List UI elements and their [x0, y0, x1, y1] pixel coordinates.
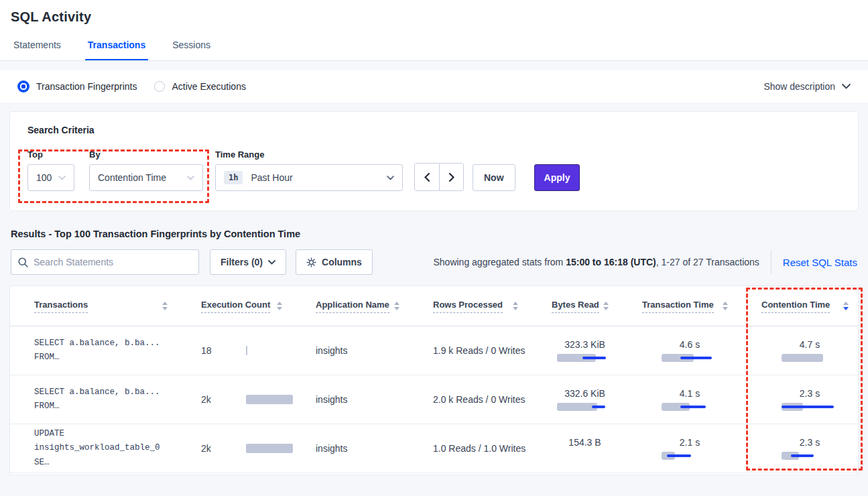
tab-bar: Statements Transactions Sessions [11, 40, 857, 60]
chevron-down-icon [268, 260, 275, 265]
contention-time-bar [782, 403, 838, 411]
columns-label: Columns [322, 257, 362, 267]
bytes-read-cell: 332.6 KiB [528, 375, 618, 424]
search-criteria-card: Search Criteria Top 100 By Contention Ti… [9, 111, 859, 211]
contention-time-cell: 2.3 s [737, 424, 858, 473]
transaction-time-cell: 2.1 s [618, 424, 737, 473]
bytes-read-bar [557, 354, 613, 362]
time-nav-group [414, 163, 464, 191]
bytes-read-bar [557, 452, 613, 460]
tab-transactions[interactable]: Transactions [85, 40, 148, 60]
radio-selected-icon [17, 80, 29, 92]
sort-icon[interactable] [162, 302, 168, 310]
chevron-down-icon [58, 176, 66, 180]
time-range-value: Past Hour [251, 172, 292, 183]
bytes-read-cell: 323.3 KiB [528, 326, 618, 375]
results-heading: Results - Top 100 Transaction Fingerprin… [11, 229, 857, 239]
search-icon [18, 257, 28, 267]
time-next-button[interactable] [439, 164, 463, 190]
column-header-application-name[interactable]: Application Name [292, 286, 409, 326]
top-select-value: 100 [36, 172, 52, 183]
transaction-fingerprint-link[interactable]: UPDATE insights_workload_table_0 SE… [10, 424, 177, 473]
transactions-table: Transactions Execution Count Application… [9, 286, 859, 475]
by-select[interactable]: Contention Time [89, 164, 203, 191]
transaction-time-bar [662, 403, 718, 411]
execution-count-cell: 18 [177, 326, 292, 375]
by-select-value: Contention Time [98, 172, 166, 183]
by-label: By [89, 149, 203, 160]
sort-icon[interactable] [277, 302, 282, 310]
column-header-bytes-read[interactable]: Bytes Read [528, 286, 618, 326]
columns-button[interactable]: Columns [296, 249, 373, 275]
contention-time-bar [782, 452, 838, 460]
filters-button[interactable]: Filters (0) [210, 249, 286, 275]
time-prev-button[interactable] [415, 164, 439, 190]
execution-count-cell: 2k [177, 424, 292, 473]
time-range-label: Time Range [215, 149, 403, 160]
transaction-fingerprint-link[interactable]: SELECT a.balance, b.ba... FROM… [10, 375, 177, 424]
execution-count-bar [246, 444, 292, 453]
chevron-down-icon [387, 176, 394, 180]
column-header-execution-count[interactable]: Execution Count [177, 286, 292, 326]
application-name-cell: insights [292, 424, 409, 473]
chevron-down-icon [187, 176, 194, 180]
rows-processed-cell: 1.0 Reads / 1.0 Writes [409, 424, 528, 473]
search-box[interactable] [11, 249, 199, 275]
gear-icon [306, 257, 316, 267]
rows-processed-cell: 2.0 k Reads / 0 Writes [409, 375, 528, 424]
apply-button[interactable]: Apply [534, 164, 580, 191]
table-header-row: Transactions Execution Count Application… [10, 286, 858, 326]
transaction-time-cell: 4.6 s [618, 326, 737, 375]
transaction-time-cell: 4.1 s [618, 375, 737, 424]
sort-icon[interactable] [603, 302, 609, 310]
chevron-down-icon [842, 84, 851, 89]
filters-label: Filters (0) [221, 257, 263, 267]
search-input[interactable] [34, 257, 192, 267]
criteria-form-row: Top 100 By Contention Time Time Range 1h… [27, 149, 841, 191]
tab-sessions[interactable]: Sessions [170, 40, 213, 60]
sort-icon[interactable] [394, 302, 399, 310]
application-name-cell: insights [292, 375, 409, 424]
vertical-divider [771, 251, 771, 273]
column-header-rows-processed[interactable]: Rows Processed [409, 286, 528, 326]
column-header-transactions[interactable]: Transactions [10, 286, 177, 326]
top-bar: SQL Activity Statements Transactions Ses… [0, 0, 868, 61]
time-range-field: Time Range 1h Past Hour [203, 149, 403, 191]
top-select[interactable]: 100 [27, 164, 74, 191]
aggregated-stats-text: Showing aggregated stats from 15:00 to 1… [433, 257, 759, 267]
radio-label: Active Executions [172, 81, 246, 92]
radio-unselected-icon [154, 81, 165, 92]
rows-processed-cell: 1.9 k Reads / 0 Writes [409, 326, 528, 375]
transaction-fingerprint-link[interactable]: SELECT a.balance, b.ba... FROM… [10, 326, 177, 375]
reset-sql-stats-link[interactable]: Reset SQL Stats [783, 257, 857, 268]
show-description-label: Show description [763, 81, 835, 92]
time-range-select[interactable]: 1h Past Hour [215, 164, 403, 191]
stats-group: Showing aggregated stats from 15:00 to 1… [433, 251, 857, 273]
column-header-transaction-time[interactable]: Transaction Time [618, 286, 737, 326]
sort-icon-desc-active[interactable] [843, 302, 849, 310]
radio-active-executions[interactable]: Active Executions [154, 81, 246, 92]
contention-time-cell: 2.3 s [737, 375, 858, 424]
chevron-right-icon [449, 173, 454, 182]
application-name-cell: insights [292, 326, 409, 375]
chevron-left-icon [424, 173, 430, 182]
sort-icon[interactable] [723, 302, 728, 310]
execution-count-bar [246, 395, 292, 404]
by-field: By Contention Time [74, 149, 203, 191]
show-description-toggle[interactable]: Show description [763, 81, 851, 92]
table-row: SELECT a.balance, b.ba... FROM… 18 insig… [10, 326, 858, 375]
now-button[interactable]: Now [473, 164, 515, 191]
view-toggle-strip: Transaction Fingerprints Active Executio… [0, 70, 868, 103]
results-controls-row: Filters (0) Columns Showing aggregated s… [11, 249, 857, 275]
table-row: SELECT a.balance, b.ba... FROM… 2k insig… [10, 375, 858, 424]
tab-statements[interactable]: Statements [11, 40, 64, 60]
time-range-badge: 1h [224, 171, 243, 184]
contention-time-cell: 4.7 s [737, 326, 858, 375]
radio-label: Transaction Fingerprints [36, 81, 137, 92]
execution-count-bar [246, 346, 292, 355]
bytes-read-cell: 154.3 B [528, 424, 618, 473]
search-criteria-title: Search Criteria [27, 125, 841, 135]
radio-transaction-fingerprints[interactable]: Transaction Fingerprints [17, 80, 137, 92]
sort-icon[interactable] [513, 302, 518, 310]
column-header-contention-time[interactable]: Contention Time [737, 286, 858, 326]
